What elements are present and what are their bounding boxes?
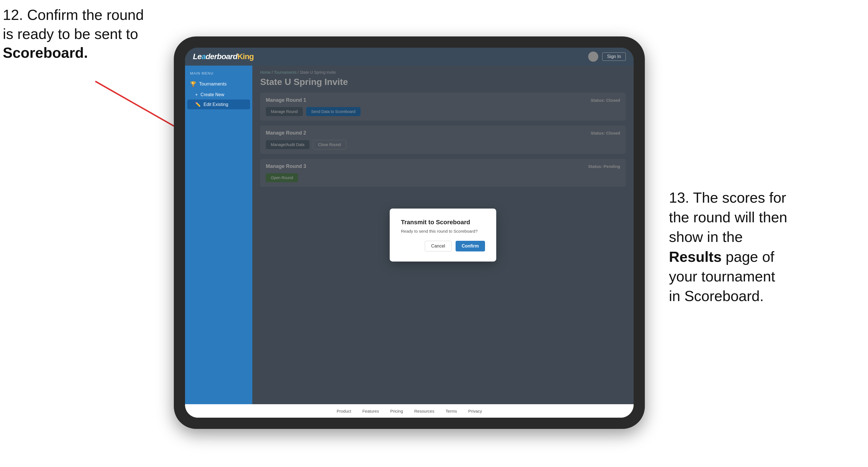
avatar <box>588 52 598 62</box>
annotation-line2: is ready to be sent to <box>3 26 138 42</box>
modal-title: Transmit to Scoreboard <box>401 219 485 226</box>
annotation-right-line1: 13. The scores for <box>669 189 786 206</box>
modal-overlay: Transmit to Scoreboard Ready to send thi… <box>252 66 633 404</box>
modal-cancel-button[interactable]: Cancel <box>425 241 452 251</box>
modal-subtitle: Ready to send this round to Scoreboard? <box>401 229 485 234</box>
modal-actions: Cancel Confirm <box>401 241 485 251</box>
page-content: Home / Tournaments / State U Spring Invi… <box>252 66 633 404</box>
annotation-line1: 12. Confirm the round <box>3 7 144 23</box>
footer-terms[interactable]: Terms <box>445 409 457 413</box>
annotation-right-bold: Results <box>669 249 722 265</box>
create-new-label: Create New <box>200 92 224 97</box>
annotation-right: 13. The scores for the round will then s… <box>669 188 860 306</box>
tablet: LeaderboardKing Sign In MAIN MENU 🏆 Tour… <box>174 36 645 429</box>
annotation-top: 12. Confirm the round is ready to be sen… <box>3 6 199 63</box>
main-menu-label: MAIN MENU <box>185 71 252 75</box>
footer-resources[interactable]: Resources <box>414 409 435 413</box>
sidebar-tournaments-label: Tournaments <box>199 81 226 87</box>
sidebar-item-create-new[interactable]: + Create New <box>185 90 252 99</box>
top-nav: LeaderboardKing Sign In <box>185 48 633 66</box>
footer-product[interactable]: Product <box>337 409 351 413</box>
annotation-right-rest: page of <box>722 249 774 265</box>
footer-pricing[interactable]: Pricing <box>390 409 403 413</box>
nav-right: Sign In <box>588 52 626 62</box>
footer-privacy[interactable]: Privacy <box>468 409 482 413</box>
annotation-right-line3: show in the <box>669 229 743 245</box>
sign-in-button[interactable]: Sign In <box>602 53 626 61</box>
footer: Product Features Pricing Resources Terms… <box>185 404 633 418</box>
sidebar: MAIN MENU 🏆 Tournaments + Create New ✏️ … <box>185 66 252 404</box>
sidebar-item-tournaments[interactable]: 🏆 Tournaments <box>185 78 252 90</box>
sidebar-item-edit-existing[interactable]: ✏️ Edit Existing <box>187 99 250 109</box>
annotation-right-line5: your tournament <box>669 268 775 284</box>
logo: LeaderboardKing <box>193 52 254 61</box>
edit-icon: ✏️ <box>195 102 201 107</box>
annotation-right-line2: the round will then <box>669 209 787 225</box>
annotation-right-line6: in Scoreboard. <box>669 288 764 304</box>
trophy-icon: 🏆 <box>190 81 196 87</box>
plus-icon: + <box>195 92 198 97</box>
modal-confirm-button[interactable]: Confirm <box>456 241 485 251</box>
main-content: MAIN MENU 🏆 Tournaments + Create New ✏️ … <box>185 66 633 404</box>
edit-existing-label: Edit Existing <box>204 102 228 107</box>
annotation-line3: Scoreboard. <box>3 44 88 61</box>
tablet-screen: LeaderboardKing Sign In MAIN MENU 🏆 Tour… <box>185 48 633 418</box>
modal-box: Transmit to Scoreboard Ready to send thi… <box>390 209 496 261</box>
footer-features[interactable]: Features <box>362 409 379 413</box>
